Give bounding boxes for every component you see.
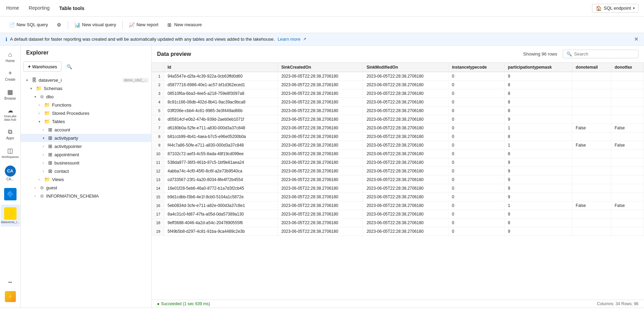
row-number-cell: 16 (152, 201, 164, 210)
tree-item-account[interactable]: › ⊞ account (21, 126, 151, 134)
table-cell: 5f49b5b8-d297-4c81-91ba-9ca4489c2e3b (164, 227, 278, 236)
table-cell: 2023-06-05T22:28:38.2706180 (363, 115, 448, 124)
table-cell: 2023-06-05T22:28:38.2706180 (363, 219, 448, 227)
data-area: Data preview Showing 96 rows 🔍 Id SinkCr… (152, 46, 644, 308)
sidebar-item-ca[interactable]: CA CA... (1, 163, 20, 184)
chevron-down-icon: ▾ (34, 95, 39, 99)
table-cell: d6180b0a-52fe-e711-a830-000d3a37c848 (164, 124, 278, 132)
table-cell: 2023-06-05T22:28:38.2706180 (278, 98, 363, 107)
table-cell (572, 158, 611, 167)
sidebar-item-home[interactable]: ⌂ Home (1, 48, 20, 66)
table-cell: 8 (504, 107, 572, 115)
user-avatar: CA (5, 166, 16, 177)
tree-item-businessunit[interactable]: › ⊞ businessunit (21, 159, 151, 167)
tree-item-dataverse-root[interactable]: ▾ 🗄 dataverse_i demo_cds2_... (21, 76, 151, 84)
table-cell (611, 184, 644, 193)
tree-label-contact: contact (54, 169, 69, 174)
tree-item-activityparty[interactable]: ▾ ⊞ activityparty (21, 134, 151, 142)
table-icon: ⊞ (48, 143, 52, 149)
tree-item-contact[interactable]: › ⊞ contact (21, 167, 151, 175)
tree-item-activitypointer[interactable]: › ⊞ activitypointer (21, 142, 151, 150)
sidebar-item-more[interactable]: ••• (1, 278, 20, 287)
table-cell: 0 (448, 158, 505, 167)
chevron-down-icon: ▾ (26, 78, 30, 82)
tree-item-tables[interactable]: ▾ 📁 Tables (21, 117, 151, 126)
add-warehouse-button[interactable]: + Warehouses (23, 61, 62, 72)
table-cell: 2023-06-05T22:28:38.2706180 (363, 132, 448, 141)
success-icon: ● (157, 301, 159, 306)
table-cell: 2023-06-05T22:28:38.2706180 (363, 124, 448, 132)
tree-label-tables: Tables (52, 119, 65, 124)
sidebar-item-dataverse-i-label: dataverse_i... (1, 220, 19, 224)
table-row: 165eb0834d-3cfe-e711-a82e-000d3a37c8e120… (152, 201, 644, 210)
table-cell (572, 72, 611, 81)
sidebar-item-workspaces[interactable]: ◫ Workspaces (1, 144, 20, 161)
tree-item-information-schema[interactable]: › ⊕ INFORMATION_SCHEMA (21, 192, 151, 200)
search-box[interactable]: 🔍 (563, 50, 638, 58)
table-cell (572, 193, 611, 201)
table-cell: d5877716-6986-40e1-ac57-bf1d362eced1 (164, 81, 278, 89)
col-header-id: Id (164, 63, 278, 72)
sidebar-item-onelake[interactable]: ☁ OneLake data hub (1, 104, 20, 124)
tree-item-guest[interactable]: › ⊕ guest (21, 183, 151, 192)
table-cell (572, 219, 611, 227)
chevron-right-icon: › (34, 194, 39, 198)
tree-item-dbo[interactable]: ▾ ⊕ dbo (21, 92, 151, 101)
table-cell: 2023-06-05T22:28:38.2706180 (363, 107, 448, 115)
table-cell (611, 167, 644, 176)
table-cell: 2023-06-05T22:28:38.2706180 (278, 184, 363, 193)
new-visual-query-button[interactable]: 📊 New visual query (71, 20, 120, 30)
table-cell: f44c7a86-50fe-e711-a830-000d3a37c848 (164, 141, 278, 150)
table-cell: b9d1cdbb-f3b6-4e1f-8cb0-5104a1c5872e (164, 193, 278, 201)
tree-label-account: account (54, 127, 70, 132)
col-header-sinkmodifiedon: SinkModifiedOn (363, 63, 448, 72)
learn-more-link[interactable]: Learn more (278, 37, 300, 42)
sidebar-item-browse[interactable]: ▦ Browse (1, 86, 20, 103)
tree-item-stored-procedures[interactable]: › 📁 Stored Procedures (21, 109, 151, 117)
table-row: 195f49b5b8-d297-4c81-91ba-9ca4489c2e3b20… (152, 227, 644, 236)
tree-item-functions[interactable]: › 📁 Functions (21, 101, 151, 109)
new-sql-query-button[interactable]: 📄 New SQL query (6, 20, 51, 30)
table-row: 6d05814cf-e0b2-474b-939d-2aeb0eb1071f202… (152, 115, 644, 124)
info-close-button[interactable]: ✕ (634, 36, 638, 42)
nav-table-tools[interactable]: Table tools (59, 4, 85, 12)
search-icon: 🔍 (66, 64, 72, 69)
tree-item-appointment[interactable]: › ⊞ appointment (21, 150, 151, 159)
sql-icon: 📄 (9, 22, 14, 28)
sidebar-item-create[interactable]: + Create (1, 67, 20, 84)
table-icon: ⊞ (48, 160, 52, 166)
chevron-right-icon: › (39, 111, 43, 115)
tree-item-views[interactable]: › 📁 Views (21, 175, 151, 183)
sql-endpoint-selector[interactable]: 🏠 SQL endpoint ▾ (592, 4, 638, 13)
table-cell: b81ccb99-4b41-4aea-b7c5-e96e05200b0a (164, 132, 278, 141)
table-icon: ⊞ (48, 135, 52, 141)
table-cell: 0 (448, 81, 505, 89)
table-row: 11538da977-36f3-461b-87c5-1bf9e81aea2420… (152, 158, 644, 167)
table-cell (572, 132, 611, 141)
explorer-search-button[interactable]: 🔍 (64, 62, 74, 71)
table-cell: 2023-06-05T22:28:38.2706180 (363, 72, 448, 81)
new-report-button[interactable]: 📈 New report (125, 20, 162, 30)
sidebar-item-dataverse-m[interactable]: 🔷 (1, 185, 20, 203)
sidebar-item-apps[interactable]: ⧉ Apps (1, 126, 20, 143)
left-nav: ⌂ Home + Create ▦ Browse ☁ OneLake data … (0, 46, 21, 308)
new-measure-button[interactable]: ⊞ New measure (163, 20, 205, 30)
table-cell: 2023-06-05T22:28:38.2706180 (278, 150, 363, 158)
sidebar-item-dataverse-i[interactable]: ⚡ dataverse_i... (1, 205, 20, 227)
settings-button[interactable]: ⚙ (53, 20, 65, 30)
table-cell: 538da977-36f3-461b-87c5-1bf9e81aea24 (164, 158, 278, 167)
nav-home[interactable]: Home (6, 4, 20, 13)
nav-reporting[interactable]: Reporting (28, 4, 50, 13)
table-row: 7d6180b0a-52fe-e711-a830-000d3a37c848202… (152, 124, 644, 132)
gear-icon: ⚙ (56, 22, 62, 28)
chevron-right-icon: › (39, 178, 43, 181)
search-input[interactable] (574, 51, 635, 57)
table-row: 2d5877716-6986-40e1-ac57-bf1d362eced1202… (152, 81, 644, 89)
tree-item-schemas[interactable]: ▾ 📁 Schemas (21, 84, 151, 92)
table-cell: cd733567-23f1-4a20-8034-8fe4f72b4554 (164, 176, 278, 184)
explorer-tree: ▾ 🗄 dataverse_i demo_cds2_... ▾ 📁 Schema… (21, 74, 151, 308)
workspaces-icon: ◫ (7, 147, 13, 154)
table-cell: 2023-06-05T22:28:38.2706180 (278, 219, 363, 227)
table-cell: 1 (504, 141, 572, 150)
table-cell: 9 (504, 184, 572, 193)
